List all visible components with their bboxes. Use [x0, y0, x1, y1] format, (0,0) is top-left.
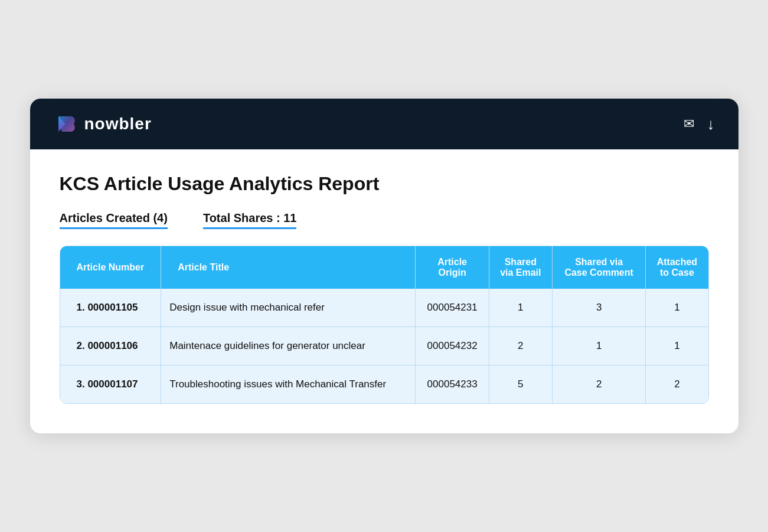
- data-table: Article Number Article Title ArticleOrig…: [60, 246, 708, 403]
- col-header-article-origin: ArticleOrigin: [416, 246, 489, 289]
- main-card: nowbler ✉ ↓ KCS Article Usage Analytics …: [30, 99, 738, 433]
- total-shares-label: Total Shares : 11: [203, 211, 297, 229]
- cell-attached-to-case: 1: [646, 327, 708, 365]
- cell-shared-via-email: 5: [489, 365, 552, 404]
- cell-shared-via-email: 1: [489, 289, 552, 327]
- cell-shared-via-email: 2: [489, 327, 552, 365]
- articles-created-stat: Articles Created (4): [60, 211, 168, 229]
- logo-text: nowbler: [84, 115, 152, 133]
- logo: nowbler: [54, 112, 152, 136]
- report-title: KCS Article Usage Analytics Report: [60, 173, 709, 195]
- download-button[interactable]: ↓: [707, 115, 715, 133]
- content-area: KCS Article Usage Analytics Report Artic…: [30, 149, 738, 433]
- table-row: 1. 000001105Design issue with mechanical…: [60, 289, 708, 327]
- total-shares-stat: Total Shares : 11: [203, 211, 297, 229]
- col-header-shared-email: Sharedvia Email: [489, 246, 552, 289]
- cell-article-title: Troubleshooting issues with Mechanical T…: [161, 365, 416, 404]
- cell-article-origin: 000054233: [416, 365, 489, 404]
- table-row: 3. 000001107Troubleshooting issues with …: [60, 365, 708, 404]
- col-header-article-number: Article Number: [60, 246, 161, 289]
- col-header-article-title: Article Title: [161, 246, 416, 289]
- data-table-wrapper: Article Number Article Title ArticleOrig…: [60, 246, 709, 404]
- cell-shared-via-case-comment: 1: [552, 327, 645, 365]
- cell-article-number: 3. 000001107: [60, 365, 161, 404]
- cell-attached-to-case: 1: [646, 289, 708, 327]
- articles-created-label: Articles Created (4): [60, 211, 168, 229]
- email-icon: ✉: [684, 116, 694, 132]
- table-row: 2. 000001106Maintenace guidelines for ge…: [60, 327, 708, 365]
- col-header-shared-case-comment: Shared viaCase Comment: [552, 246, 645, 289]
- cell-shared-via-case-comment: 2: [552, 365, 645, 404]
- cell-article-number: 2. 000001106: [60, 327, 161, 365]
- table-header-row: Article Number Article Title ArticleOrig…: [60, 246, 708, 289]
- cell-article-title: Design issue with mechanical refer: [161, 289, 416, 327]
- cell-attached-to-case: 2: [646, 365, 708, 404]
- stats-bar: Articles Created (4) Total Shares : 11: [60, 211, 709, 229]
- logo-icon: [54, 112, 79, 136]
- header-actions: ✉ ↓: [684, 115, 715, 133]
- cell-shared-via-case-comment: 3: [552, 289, 645, 327]
- header: nowbler ✉ ↓: [30, 99, 738, 149]
- download-icon: ↓: [707, 115, 715, 133]
- cell-article-number: 1. 000001105: [60, 289, 161, 327]
- cell-article-origin: 000054231: [416, 289, 489, 327]
- cell-article-title: Maintenace guidelines for generator uncl…: [161, 327, 416, 365]
- col-header-attached-case: Attachedto Case: [646, 246, 708, 289]
- email-button[interactable]: ✉: [684, 116, 694, 132]
- cell-article-origin: 000054232: [416, 327, 489, 365]
